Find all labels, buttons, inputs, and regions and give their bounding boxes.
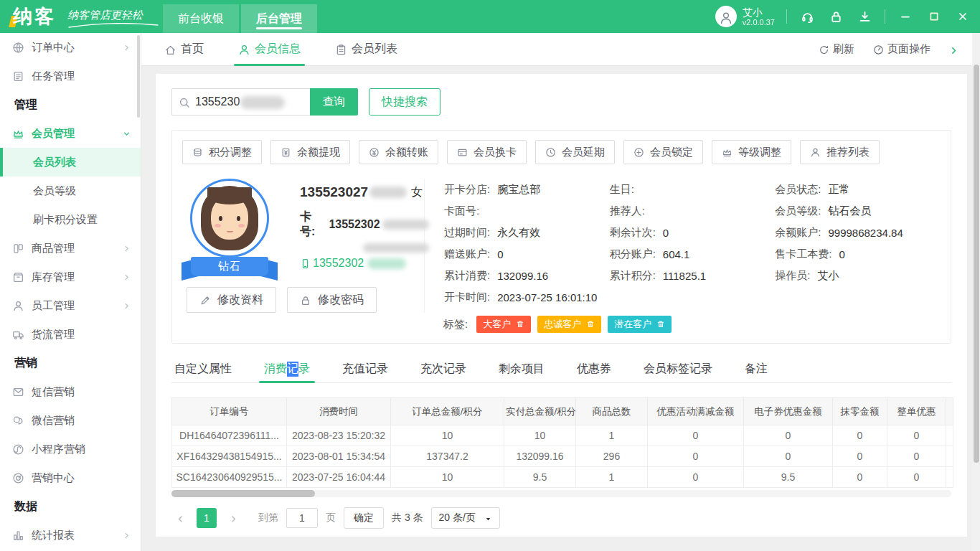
tab-tag-records[interactable]: 会员标签记录: [644, 355, 712, 382]
chevron-right-icon: [949, 43, 958, 55]
tab-custom-attrs[interactable]: 自定义属性: [174, 355, 232, 382]
user-info[interactable]: 艾小 v2.0.0.37: [715, 6, 775, 27]
tab-home[interactable]: 首页: [164, 33, 204, 66]
chevron-down-icon: [123, 130, 131, 138]
column-header-empty: [946, 398, 953, 425]
sidebar-item-marketing-center[interactable]: 营销中心: [0, 463, 141, 492]
refresh-icon: [819, 44, 829, 55]
tab-coupons[interactable]: 优惠券: [577, 355, 611, 382]
tab-front-cashier[interactable]: 前台收银: [163, 4, 239, 33]
tab-label: 优惠券: [577, 362, 611, 377]
crown-icon: [12, 128, 24, 140]
avatar-wrap: 钻石: [187, 179, 281, 270]
sidebar-item-sms-marketing[interactable]: 短信营销: [0, 377, 141, 406]
sidebar-item-member-list[interactable]: 会员列表: [0, 148, 141, 176]
tag-delete-icon[interactable]: [516, 320, 524, 329]
action-card-replace[interactable]: 会员换卡: [447, 140, 527, 164]
table-cell: 0: [887, 467, 946, 488]
page-operations-button[interactable]: 页面操作: [873, 42, 930, 56]
detail-field: 售卡工本费:0: [775, 243, 941, 265]
tab-member-info[interactable]: 会员信息: [238, 33, 301, 66]
collapse-chevron[interactable]: [949, 43, 958, 55]
page-number-button[interactable]: 1: [197, 508, 217, 528]
action-member-extend[interactable]: 会员延期: [535, 140, 615, 164]
field-label: 会员状态:: [775, 183, 821, 197]
topbar: 纳客 纳客管店更轻松 前台收银 后台管理 艾小 v2.0.0.37: [0, 0, 980, 33]
query-button[interactable]: 查询: [310, 88, 358, 116]
tab-label: 自定义属性: [174, 362, 232, 377]
sidebar-item-inventory-manage[interactable]: 库存管理: [0, 263, 141, 291]
sidebar-scrollbar[interactable]: [137, 35, 140, 118]
table-row[interactable]: XF164329438154915...2023-08-01 15:34:541…: [172, 446, 953, 467]
chevron-left-icon: [176, 514, 185, 524]
tab-label: 会员列表: [352, 42, 397, 57]
sidebar-item-label: 货流管理: [32, 328, 75, 342]
maximize-button[interactable]: [925, 8, 943, 25]
profile-left: 钻石 135523027 女: [182, 179, 424, 313]
sidebar-item-miniprogram-marketing[interactable]: 小程序营销: [0, 435, 141, 463]
sidebar-item-label: 小程序营销: [32, 443, 85, 456]
tab-recharge-records[interactable]: 充值记录: [342, 355, 388, 382]
field-value: 2023-07-25 16:01:10: [497, 291, 597, 303]
list-icon: [335, 44, 347, 56]
tag-delete-icon[interactable]: [656, 320, 665, 329]
tab-remaining-items[interactable]: 剩余项目: [499, 355, 545, 382]
table-cell: 2023-07-25 16:04:44: [287, 467, 391, 488]
action-member-lock[interactable]: 会员锁定: [623, 140, 703, 164]
support-headset-icon[interactable]: [798, 8, 816, 25]
sidebar-item-wechat-marketing[interactable]: 微信营销: [0, 406, 141, 435]
tab-remarks[interactable]: 备注: [745, 355, 768, 382]
sidebar-item-order-center[interactable]: 订单中心: [0, 33, 141, 62]
sidebar-item-task-manage[interactable]: 任务管理: [0, 62, 141, 90]
horizontal-scrollbar-thumb[interactable]: [171, 490, 315, 497]
table-row[interactable]: SC164230640929515...2023-07-25 16:04:441…: [172, 467, 953, 488]
download-icon[interactable]: [856, 8, 873, 25]
column-header: 消费时间: [287, 398, 391, 425]
field-value: 永久有效: [497, 226, 540, 240]
table-row[interactable]: DH16464072396111...2023-08-23 15:20:3210…: [172, 425, 953, 446]
table-cell: 0: [887, 425, 946, 446]
member-tag-big-customer: 大客户: [476, 316, 531, 333]
table-cell: 9.5: [504, 467, 576, 488]
action-points-adjust[interactable]: 积分调整: [182, 140, 262, 164]
refresh-button[interactable]: 刷新: [819, 42, 854, 56]
chevron-right-icon: [123, 273, 131, 281]
sidebar-item-statistics-report[interactable]: 统计报表: [0, 521, 141, 550]
action-balance-transfer[interactable]: 余额转账: [359, 140, 438, 164]
tab-backend-admin[interactable]: 后台管理: [241, 4, 317, 33]
sidebar-item-staff-manage[interactable]: 员工管理: [0, 291, 141, 320]
window-scrollbar[interactable]: [972, 33, 980, 551]
window-scrollbar-thumb[interactable]: [974, 65, 979, 463]
minimize-button[interactable]: [897, 8, 914, 25]
action-balance-withdraw[interactable]: 余额提现: [270, 140, 350, 164]
edit-profile-button[interactable]: 修改资料: [187, 287, 276, 313]
tag-delete-icon[interactable]: [586, 320, 595, 329]
sidebar-item-member-manage[interactable]: 会员管理: [0, 119, 141, 148]
action-referral-list[interactable]: 推荐列表: [800, 140, 880, 164]
sidebar-item-logistics-manage[interactable]: 货流管理: [0, 320, 141, 349]
sidebar-section-data: 数据: [0, 492, 141, 521]
tab-times-records[interactable]: 充次记录: [420, 355, 466, 382]
edit-password-button[interactable]: 修改密码: [287, 287, 377, 313]
close-button[interactable]: [954, 8, 971, 25]
lock-screen-icon[interactable]: [827, 8, 844, 25]
sidebar-item-goods-manage[interactable]: 商品管理: [0, 234, 141, 263]
maximize-icon: [928, 11, 940, 22]
confirm-button[interactable]: 确定: [344, 507, 384, 529]
quick-search-button[interactable]: 快捷搜索: [369, 88, 440, 116]
action-label: 余额转账: [385, 146, 428, 159]
sidebar-item-member-level[interactable]: 会员等级: [0, 176, 141, 205]
tagline-underline: [67, 23, 159, 28]
sidebar-item-card-points-setting[interactable]: 刷卡积分设置: [0, 205, 141, 234]
page-size-select[interactable]: 20 条/页: [431, 507, 500, 529]
goto-page-input[interactable]: [286, 508, 318, 528]
tab-consume-records[interactable]: 消费记录: [264, 355, 310, 382]
action-level-adjust[interactable]: 等级调整: [712, 140, 791, 164]
horizontal-scrollbar[interactable]: [171, 490, 951, 497]
next-page-button[interactable]: [225, 509, 242, 527]
tab-member-list[interactable]: 会员列表: [335, 33, 397, 66]
member-tags: 大客户忠诚客户潜在客户: [476, 316, 672, 333]
prev-page-button[interactable]: [171, 509, 189, 527]
card-label: 卡号:: [300, 209, 326, 240]
table-cell: DH16464072396111...: [172, 425, 287, 446]
